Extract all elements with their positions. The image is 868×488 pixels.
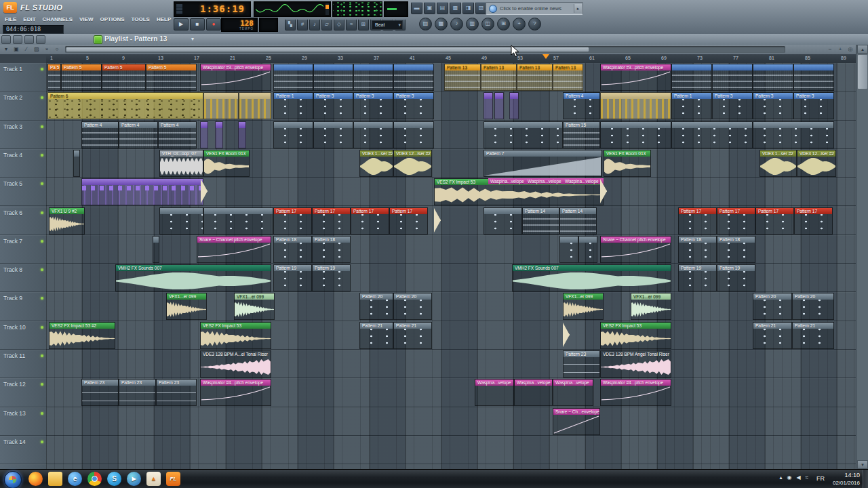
view-playlist-button[interactable]: ▤ (437, 2, 448, 14)
panel-icon[interactable] (1, 35, 11, 44)
pattern-clip[interactable] (215, 121, 223, 148)
audio-clip[interactable]: VDE3 128 BPM A...el Tonal Riser (200, 350, 271, 378)
clip-header[interactable] (74, 150, 79, 157)
pattern-clip[interactable]: Waspinator #3...pitch envelope (600, 64, 671, 91)
clip-header[interactable]: VDE3 1...ser #2 (760, 150, 796, 157)
pattern-clip[interactable]: Pattern 4 (119, 121, 158, 148)
pattern-clip[interactable]: Pattern 13 (444, 64, 481, 91)
clip-header[interactable]: Pattern 19 (679, 265, 716, 271)
snap-selector[interactable]: Beat ▾ (372, 20, 403, 30)
pattern-clip[interactable]: Pattern 5 (146, 64, 197, 91)
clip-header[interactable]: VDE3 12...iser #2 (797, 150, 835, 157)
audio-clip[interactable]: VES1 FX Boom 013 (604, 150, 651, 177)
audio-clip[interactable]: VES2 FX Impact 53 (200, 322, 271, 349)
pattern-clip[interactable]: Pattern 3 (793, 92, 834, 119)
track-lane[interactable] (46, 321, 856, 350)
audio-clip[interactable] (600, 178, 608, 205)
clip-header[interactable] (160, 208, 203, 214)
clip-header[interactable]: Pattern 3 (713, 93, 752, 99)
track-enable-led[interactable] (41, 354, 43, 357)
clip-header[interactable]: Waspinator #4...pitch envelope (601, 380, 671, 386)
clip-header[interactable] (314, 122, 353, 128)
clip-header[interactable]: VFX1...er 099 (167, 293, 206, 300)
track-header[interactable]: Track 5 (0, 178, 46, 206)
delete-tool[interactable]: × (43, 45, 51, 53)
clip-header[interactable]: Pattern 18 (679, 237, 716, 243)
clip-header[interactable]: Pattern 14 (560, 208, 596, 214)
clip-header[interactable]: VMH2 FX Sounds 007 (116, 265, 271, 271)
clip-header[interactable]: VFX1 U 9 #2 (50, 208, 84, 214)
pattern-clip[interactable]: Pattern 13 (553, 64, 583, 91)
piano-roll-window[interactable]: ♪ (450, 18, 463, 30)
pattern-selector-panel[interactable] (259, 18, 278, 32)
clip-header[interactable]: Waspina...velope (526, 178, 563, 184)
mixer-window[interactable]: ◫ (481, 18, 494, 30)
track-enable-led[interactable] (41, 383, 43, 386)
pattern-clip[interactable] (203, 207, 273, 235)
clip-header[interactable]: Pattern 20 (394, 293, 431, 300)
pattern-clip[interactable]: Pattern 17 (794, 207, 833, 235)
menu-options[interactable]: OPTIONS (96, 16, 127, 24)
clip-header[interactable]: Pattern 23 (564, 351, 599, 357)
pattern-clip[interactable] (509, 92, 519, 119)
menu-channels[interactable]: CHANNELS (39, 16, 76, 24)
pattern-clip[interactable]: Pattern 5 (102, 64, 146, 91)
pattern-clip[interactable]: Waspina...velope (475, 379, 514, 406)
track-header[interactable]: Track 2 (0, 92, 46, 120)
action-center-icon[interactable]: ◉ (787, 474, 791, 481)
pattern-clip[interactable]: Pattern 18 (717, 236, 755, 263)
pattern-clip[interactable] (393, 64, 434, 91)
pattern-clip[interactable]: Pattern 6 (47, 92, 203, 119)
clip-header[interactable] (204, 93, 238, 99)
taskbar-clock[interactable]: 14:10 02/01/2016 (833, 471, 860, 487)
clip-header[interactable]: Waspina...velope (488, 178, 526, 184)
clip-header[interactable] (510, 93, 518, 99)
plugin-picker[interactable]: ⊞ (497, 18, 510, 30)
pattern-clip[interactable]: Waspinator #4...pitch envelope (200, 379, 271, 406)
step-edit-button[interactable]: ⊞ (358, 19, 369, 30)
clip-header[interactable]: Pattern 3 (314, 93, 353, 99)
track-lane[interactable] (46, 407, 856, 436)
pattern-clip[interactable] (313, 121, 353, 148)
audio-clip[interactable] (563, 322, 571, 349)
playlist-grid[interactable]: Pa 5Pattern 5Pattern 5Pattern 5Waspinato… (46, 63, 856, 469)
clip-header[interactable] (153, 237, 159, 243)
pattern-clip[interactable]: Pattern 15 (563, 121, 600, 148)
clip-header[interactable]: Pattern 17 (351, 208, 389, 214)
clip-header[interactable]: Waspinator #3...pitch envelope (601, 64, 671, 70)
panel-icon[interactable] (24, 35, 34, 44)
clip-header[interactable]: Pattern 4 (82, 122, 118, 128)
track-header[interactable]: Track 10 (0, 321, 46, 350)
clip-header[interactable]: Pattern 18 (274, 237, 311, 243)
clip-header[interactable] (274, 122, 313, 128)
track-header[interactable]: Track 12 (0, 378, 46, 407)
pattern-clip[interactable]: Pattern 3 (313, 92, 353, 119)
clip-header[interactable]: VDE3 128 BPM Angel Tonal Riser (601, 351, 671, 357)
audio-clip[interactable] (434, 207, 442, 235)
menu-view[interactable]: VIEW (76, 16, 96, 24)
clip-header[interactable]: Pattern 18 (313, 237, 350, 243)
pattern-clip[interactable]: Pattern 17 (389, 207, 428, 235)
clip-header[interactable]: Pattern 3 (753, 93, 793, 99)
audio-clip[interactable]: VMH2 FX Sounds 007 (512, 264, 671, 291)
vlc-taskbar-icon[interactable]: ▲ (146, 472, 161, 486)
clip-header[interactable]: VFX1...er 099 (564, 293, 603, 300)
zoom-out[interactable]: − (826, 45, 834, 53)
skype-taskbar-icon[interactable]: S (107, 472, 121, 486)
pattern-clip[interactable]: Waspina...velope (488, 178, 526, 205)
pattern-clip[interactable]: Snare ~ Ch...envelope (553, 408, 600, 435)
track-header[interactable]: Track 4 (0, 149, 46, 178)
pattern-clip[interactable] (200, 121, 208, 148)
clip-header[interactable]: Pattern 23 (157, 380, 196, 386)
pattern-clip[interactable]: Pattern 5 (61, 64, 102, 91)
clip-header[interactable]: Pattern 4 (564, 93, 599, 99)
audio-clip[interactable]: VDE3 12...iser #2 (393, 150, 432, 177)
clip-header[interactable]: VDE3 12...iser #2 (394, 150, 431, 157)
clip-header[interactable]: Waspinator #3...pitch envelope (201, 64, 271, 70)
pattern-clip[interactable]: Pattern 20 (393, 293, 432, 320)
track-enable-led[interactable] (41, 182, 43, 185)
show-desktop-button[interactable] (863, 470, 868, 488)
clip-header[interactable]: Pattern 13 (445, 64, 480, 70)
pattern-clip[interactable]: Waspina...velope (553, 379, 593, 406)
pattern-clip[interactable]: Pattern 17 (312, 207, 351, 235)
